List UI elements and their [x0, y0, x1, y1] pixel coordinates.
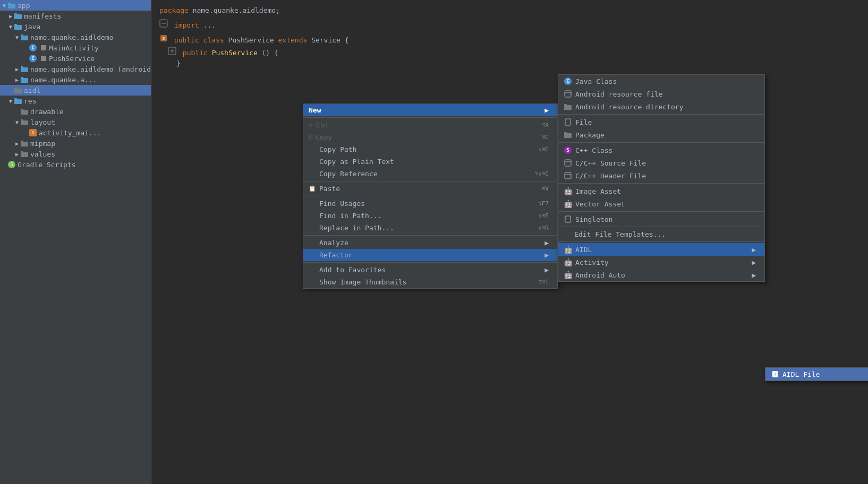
submenu-item-activity[interactable]: 🤖 Activity ▶ — [558, 256, 764, 269]
svg-rect-20 — [21, 142, 28, 146]
tree-item-values[interactable]: ▶ values — [0, 149, 151, 159]
submenu-item-androidresdir[interactable]: Android resource directory — [558, 100, 764, 113]
cut-label: Cut — [316, 121, 531, 129]
menu-item-cut[interactable]: ✂ Cut ⌘X — [303, 119, 557, 131]
arrow-down-layout-icon: ▼ — [14, 119, 20, 125]
submenu-item-androidauto[interactable]: 🤖 Android Auto ▶ — [558, 269, 764, 281]
submenu-item-javaclass[interactable]: C Java Class — [558, 75, 764, 88]
tree-item-activitymai[interactable]: ▶ X activity_mai... — [0, 127, 151, 138]
svg-rect-14 — [14, 99, 22, 104]
folder-icon-pkg — [20, 33, 29, 41]
project-sidebar: ▼ app ▶ manifests ▼ java ▼ name.quanke.a… — [0, 0, 151, 484]
tree-item-pkg2[interactable]: ▶ name.quanke.a... — [0, 74, 151, 85]
refactor-label: Refactor — [319, 251, 530, 259]
tree-item-mipmap[interactable]: ▶ mipmap — [0, 138, 151, 149]
svg-rect-33 — [564, 105, 572, 110]
folder-icon-mipmap — [20, 139, 29, 148]
aidl-file-item[interactable]: f AIDL File — [765, 368, 868, 381]
menu-item-showthumbs[interactable]: Show Image Thumbnails ⌥⌘T — [303, 276, 557, 288]
menu-item-findusages[interactable]: Find Usages ⌥F7 — [303, 197, 557, 210]
menu-item-replaceinpath[interactable]: Replace in Path... ⇧⌘R — [303, 222, 557, 234]
tree-item-pushservice[interactable]: ▶ C PushService — [0, 53, 151, 64]
submenu-item-cppheader[interactable]: C/C++ Header File — [558, 169, 764, 182]
tree-item-gradle[interactable]: ▶ G Gradle Scripts — [0, 159, 151, 170]
keyword-extends: extends — [278, 36, 312, 44]
submenu-item-package[interactable]: Package — [558, 128, 764, 141]
submenu-item-singleton[interactable]: Singleton — [558, 213, 764, 226]
file-icon-new — [564, 118, 572, 126]
submenu-item-cppsource[interactable]: C/C++ Source File — [558, 157, 764, 169]
submenu-item-aidl[interactable]: 🤖 AIDL ▶ — [558, 243, 764, 256]
androidresdir-label: Android resource directory — [575, 103, 756, 111]
tree-label-manifests: manifests — [24, 12, 61, 20]
svg-rect-9 — [21, 66, 23, 68]
submenu-item-cppclass[interactable]: S C++ Class — [558, 144, 764, 157]
replaceinpath-shortcut: ⇧⌘R — [538, 224, 549, 231]
menu-item-copy[interactable]: ⎘ Copy ⌘C — [303, 131, 557, 143]
arrow-down-java-icon: ▼ — [7, 23, 14, 30]
copy-shortcut: ⌘C — [542, 134, 549, 141]
folder-icon-androidtest — [20, 65, 29, 73]
tree-label-java: java — [24, 23, 40, 31]
activity-arrow-icon: ▶ — [752, 258, 756, 266]
svg-rect-0 — [8, 4, 15, 8]
menu-item-new-header[interactable]: New ▶ — [303, 104, 557, 116]
androidresfile-icon — [564, 90, 572, 98]
edittempl-label: Edit File Templates... — [574, 230, 756, 238]
svg-rect-17 — [21, 109, 23, 110]
svg-rect-38 — [565, 160, 571, 166]
tree-item-mainactivity[interactable]: ▶ C MainActivity — [0, 42, 151, 53]
menu-item-addtofav[interactable]: Add to Favorites ▶ — [303, 264, 557, 276]
submenu-item-imageasset[interactable]: 🤖 Image Asset — [558, 185, 764, 197]
tree-label-values: values — [30, 150, 55, 158]
menu-item-paste[interactable]: 📋 Paste ⌘V — [303, 183, 557, 195]
menu-item-copypath[interactable]: Copy Path ⇧⌘C — [303, 143, 557, 155]
androidresdir-icon — [564, 102, 572, 111]
tree-item-app[interactable]: ▼ app — [0, 0, 151, 11]
singleton-label: Singleton — [575, 215, 756, 223]
aidl-submenu[interactable]: f AIDL File — [765, 367, 868, 381]
menu-item-copyplain[interactable]: Copy as Plain Text — [303, 155, 557, 168]
tree-item-java[interactable]: ▼ java — [0, 21, 151, 32]
tree-item-pkg[interactable]: ▼ name.quanke.aidldemo — [0, 32, 151, 42]
menu-item-copyref[interactable]: Copy Reference ⌥⇧⌘C — [303, 168, 557, 180]
tree-item-androidtest[interactable]: ▶ name.quanke.aidldemo (androidTest) — [0, 64, 151, 74]
svg-rect-3 — [14, 13, 17, 15]
findusages-shortcut: ⌥F7 — [538, 200, 549, 207]
svg-rect-37 — [564, 132, 567, 134]
tree-item-drawable[interactable]: ▶ drawable — [0, 106, 151, 117]
separator-5 — [303, 262, 557, 263]
menu-item-findinpath[interactable]: Find in Path... ⇧⌘F — [303, 210, 557, 222]
sep-new-3 — [558, 183, 764, 184]
submenu-item-edittempl[interactable]: Edit File Templates... — [558, 228, 764, 240]
vectorasset-icon: 🤖 — [564, 200, 572, 208]
tree-item-aidl[interactable]: ▶ aidl — [0, 85, 151, 96]
addtofav-label: Add to Favorites — [319, 266, 530, 274]
activity-label: Activity — [575, 258, 747, 266]
svg-rect-42 — [565, 216, 571, 222]
code-editor: package name.quanke.aidldemo; import ...… — [151, 0, 868, 484]
submenu-item-file[interactable]: File — [558, 116, 764, 128]
svg-rect-35 — [565, 119, 571, 125]
cppclass-label: C++ Class — [575, 146, 756, 154]
main-context-menu[interactable]: New ▶ ✂ Cut ⌘X ⎘ Copy ⌘C Copy Path ⇧⌘C — [303, 103, 558, 289]
svg-rect-16 — [21, 110, 28, 115]
tree-label-gradle: Gradle Scripts — [18, 161, 76, 169]
tree-item-layout[interactable]: ▼ layout — [0, 117, 151, 127]
submenu-item-androidresfile[interactable]: Android resource file — [558, 88, 764, 100]
folder-icon-aidl — [14, 86, 22, 94]
tree-item-res[interactable]: ▼ res — [0, 96, 151, 106]
copy-label: Copy — [316, 133, 531, 141]
svg-rect-12 — [14, 89, 22, 93]
javaclass-icon: C — [564, 77, 572, 85]
tree-item-manifests[interactable]: ▶ manifests — [0, 11, 151, 21]
menu-item-analyze[interactable]: Analyze ▶ — [303, 237, 557, 249]
separator-4 — [303, 235, 557, 236]
tree-label-pushservice: PushService — [49, 55, 95, 63]
new-submenu[interactable]: C Java Class Android resource file Andro… — [558, 74, 765, 282]
menu-item-refactor[interactable]: Refactor ▶ — [303, 249, 557, 261]
submenu-item-vectorasset[interactable]: 🤖 Vector Asset — [558, 197, 764, 210]
findinpath-label: Find in Path... — [319, 212, 527, 220]
folder-icon-layout — [20, 118, 29, 126]
sep-new-1 — [558, 114, 764, 115]
